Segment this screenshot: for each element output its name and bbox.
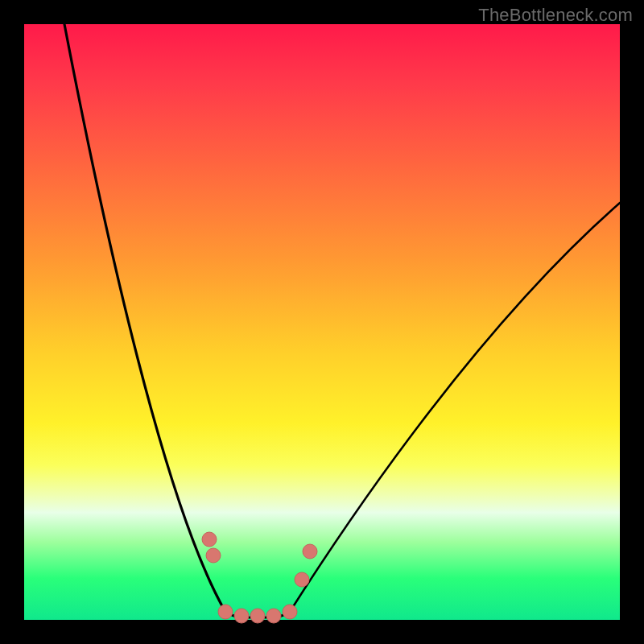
outer-frame: TheBottleneck.com — [0, 0, 644, 644]
marker-dot — [283, 605, 297, 619]
marker-dot — [295, 572, 309, 587]
marker-dot — [250, 609, 265, 623]
marker-dot — [202, 532, 217, 547]
marker-dot — [266, 609, 281, 623]
marker-dot — [218, 605, 233, 619]
marker-dot — [303, 544, 317, 559]
marker-dot — [234, 609, 249, 623]
curve-svg — [24, 24, 620, 620]
watermark-text: TheBottleneck.com — [478, 5, 633, 26]
curve-left-branch — [64, 24, 225, 612]
curve-right-branch — [290, 203, 620, 612]
marker-dot — [206, 548, 221, 563]
marker-group — [202, 532, 317, 623]
